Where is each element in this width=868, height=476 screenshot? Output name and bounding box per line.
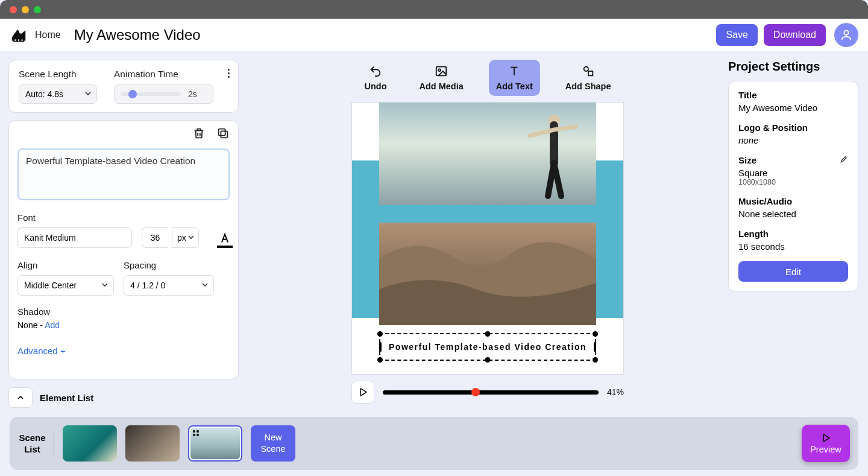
setting-logo-value: none <box>738 135 848 145</box>
shadow-label: Shadow <box>17 306 230 317</box>
project-title: My Awesome Video <box>74 27 201 43</box>
resize-handle[interactable] <box>593 331 598 337</box>
svg-point-3 <box>21 39 22 40</box>
scene-thumb-3-selected[interactable] <box>188 425 242 462</box>
resize-handle[interactable] <box>594 342 596 352</box>
font-family-value: Kanit Medium <box>24 233 76 243</box>
scene-thumb-2[interactable] <box>125 425 180 462</box>
user-avatar[interactable] <box>834 23 858 47</box>
align-select[interactable]: Middle Center <box>17 275 114 296</box>
add-text-label: Add Text <box>496 81 533 91</box>
canvas-text[interactable]: Powerful Template-based Video Creation <box>389 342 587 352</box>
spacing-label: Spacing <box>124 260 214 270</box>
minimize-window-icon[interactable] <box>22 6 29 13</box>
traffic-lights <box>10 6 41 13</box>
maximize-window-icon[interactable] <box>34 6 41 13</box>
undo-tool[interactable]: Undo <box>357 60 394 96</box>
text-content-textarea[interactable] <box>26 156 221 193</box>
app-header: Home My Awesome Video Save Download <box>0 19 868 51</box>
svg-rect-7 <box>221 131 227 138</box>
playback-bar: 41% <box>351 381 624 404</box>
home-link[interactable]: Home <box>35 30 61 40</box>
scene-length-label: Scene Length <box>19 69 97 80</box>
align-label: Align <box>17 260 114 270</box>
save-button[interactable]: Save <box>716 24 757 46</box>
setting-music-value: None selected <box>738 209 848 219</box>
progress-thumb[interactable] <box>471 388 480 396</box>
add-shape-tool[interactable]: Add Shape <box>558 60 618 96</box>
svg-point-10 <box>439 69 441 71</box>
font-unit-select[interactable]: px <box>172 227 199 248</box>
text-content-field[interactable] <box>17 148 230 200</box>
scene-list-label: Scene List <box>18 432 54 455</box>
shadow-add-link[interactable]: Add <box>45 320 60 330</box>
svg-point-1 <box>14 39 16 40</box>
text-editor-panel: Font Kanit Medium px <box>8 120 239 379</box>
add-media-tool[interactable]: Add Media <box>412 60 471 96</box>
resize-handle[interactable] <box>485 331 491 337</box>
add-shape-label: Add Shape <box>565 81 611 91</box>
settings-edit-button[interactable]: Edit <box>738 261 848 282</box>
close-window-icon[interactable] <box>10 6 17 13</box>
delete-icon[interactable] <box>192 127 206 140</box>
element-list-toggle[interactable] <box>8 387 33 408</box>
media-bottom[interactable] <box>379 223 596 325</box>
spacing-select[interactable]: 4 / 1.2 / 0 <box>124 275 214 296</box>
resize-handle[interactable] <box>377 357 383 363</box>
scene-length-select[interactable]: Auto: 4.8s <box>19 84 97 104</box>
new-scene-button[interactable]: New Scene <box>251 425 295 462</box>
spacing-value: 4 / 1.2 / 0 <box>130 281 165 290</box>
project-settings-heading: Project Settings <box>728 60 858 74</box>
app-logo <box>10 26 28 44</box>
svg-point-6 <box>844 31 848 35</box>
setting-size-label-text: Size <box>738 155 756 165</box>
animation-time-label: Animation Time <box>114 69 213 80</box>
scene-length-value: Auto: 4.8s <box>25 89 63 99</box>
setting-length-value: 16 seconds <box>738 241 848 252</box>
media-top[interactable] <box>379 103 596 205</box>
scene-strip: Scene List New Scene Preview <box>10 417 858 470</box>
canvas[interactable]: Powerful Template-based Video Creation <box>351 102 624 375</box>
animation-time-control[interactable]: 2s <box>114 84 213 104</box>
add-text-tool[interactable]: Add Text <box>489 60 540 96</box>
resize-handle[interactable] <box>593 357 598 363</box>
more-options-icon[interactable] <box>228 69 230 78</box>
animation-slider[interactable] <box>121 92 181 96</box>
figure-silhouette <box>524 109 578 199</box>
svg-point-11 <box>583 67 588 71</box>
setting-size-value: Square <box>738 168 848 178</box>
setting-logo-label: Logo & Position <box>738 122 848 133</box>
resize-handle[interactable] <box>379 342 382 352</box>
setting-title-label: Title <box>738 90 848 100</box>
slider-thumb[interactable] <box>128 90 137 98</box>
font-size-input[interactable] <box>142 227 168 248</box>
font-unit-value: px <box>177 233 186 243</box>
preview-label: Preview <box>810 445 841 454</box>
resize-handle[interactable] <box>485 357 491 363</box>
scene-options-panel: Scene Length Auto: 4.8s Animation Time 2… <box>8 60 239 113</box>
font-family-select[interactable]: Kanit Medium <box>17 227 132 248</box>
progress-track[interactable] <box>383 390 599 395</box>
resize-handle[interactable] <box>377 331 383 337</box>
pencil-icon[interactable] <box>840 155 848 165</box>
text-color-button[interactable] <box>217 232 233 248</box>
shadow-value: None - Add <box>17 320 230 330</box>
align-value: Middle Center <box>24 281 77 290</box>
caret-down-icon <box>201 281 209 290</box>
setting-size-label: Size <box>738 155 848 165</box>
preview-button[interactable]: Preview <box>802 425 850 462</box>
scene-thumb-1[interactable] <box>63 425 117 462</box>
element-list-label: Element List <box>40 393 93 403</box>
play-button[interactable] <box>351 381 374 404</box>
center-panel: Undo Add Media Add Text Add Shape <box>247 51 728 416</box>
duplicate-icon[interactable] <box>216 127 230 140</box>
canvas-toolbar: Undo Add Media Add Text Add Shape <box>357 60 618 96</box>
download-button[interactable]: Download <box>764 24 826 46</box>
advanced-toggle[interactable]: Advanced + <box>17 346 230 356</box>
setting-length-label: Length <box>738 229 848 239</box>
text-color-swatch <box>217 246 233 248</box>
add-media-label: Add Media <box>420 81 464 91</box>
text-selection-box[interactable]: Powerful Template-based Video Creation <box>379 333 596 361</box>
svg-point-2 <box>18 39 19 40</box>
progress-percent: 41% <box>607 387 624 397</box>
